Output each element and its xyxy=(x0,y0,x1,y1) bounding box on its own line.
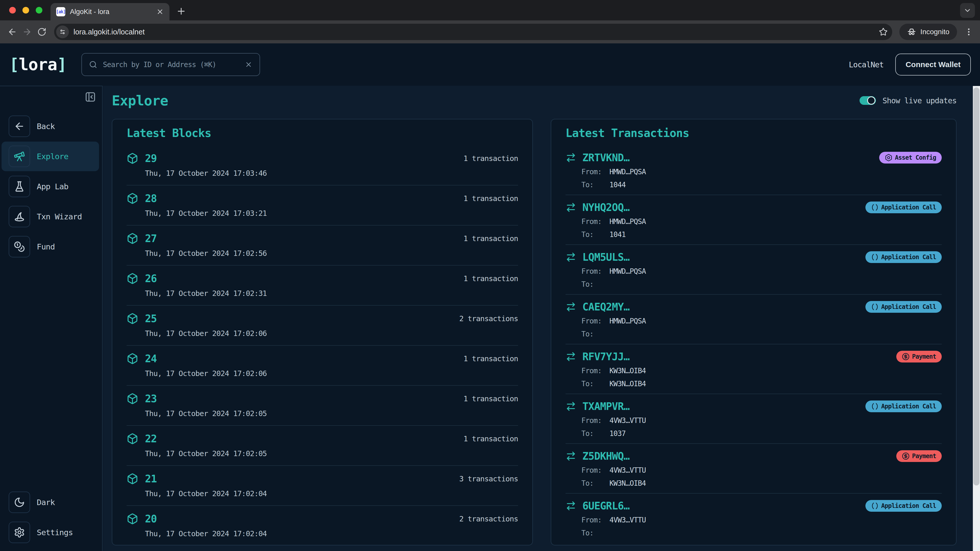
to-value[interactable]: 1037 xyxy=(609,429,625,438)
sidebar-item-settings[interactable]: Settings xyxy=(2,518,99,547)
transaction-arrows-icon xyxy=(566,202,576,213)
url-text[interactable]: lora.algokit.io/localnet xyxy=(73,28,874,36)
block-number-link[interactable]: 26 xyxy=(145,273,157,284)
transaction-id-link[interactable]: LQM5ULS… xyxy=(582,251,630,263)
back-nav-icon[interactable] xyxy=(6,26,18,38)
tab-close-icon[interactable] xyxy=(156,8,164,16)
window-controls[interactable] xyxy=(0,7,42,14)
from-value[interactable]: 4VW3…VTTU xyxy=(609,515,646,525)
block-number-link[interactable]: 20 xyxy=(145,513,157,525)
transaction-type-badge: Payment xyxy=(896,351,942,362)
tab-title: AlgoKit - lora xyxy=(70,8,151,16)
block-cube-icon xyxy=(127,192,138,204)
from-label: From: xyxy=(581,316,609,326)
block-transaction-count: 1 transaction xyxy=(463,234,518,243)
transaction-row: RFV7YJJ… Payment From: KW3N…OIB4 To: KW3… xyxy=(566,345,942,394)
block-number-link[interactable]: 28 xyxy=(145,192,157,204)
transaction-id-link[interactable]: ZRTVKND… xyxy=(582,152,630,164)
search-placeholder: Search by ID or Address (⌘K) xyxy=(103,60,239,69)
url-bar[interactable]: lora.algokit.io/localnet xyxy=(54,24,892,40)
gear-icon xyxy=(9,522,30,543)
block-number-link[interactable]: 24 xyxy=(145,353,157,365)
bookmark-star-icon[interactable] xyxy=(879,27,888,36)
transaction-type-badge: Application Call xyxy=(865,400,942,412)
from-value[interactable]: KW3N…OIB4 xyxy=(609,366,646,376)
live-updates-toggle[interactable] xyxy=(859,96,876,105)
from-value[interactable]: 4VW3…VTTU xyxy=(609,416,646,426)
from-value[interactable]: HMWD…PQSA xyxy=(609,167,646,177)
browser-tab[interactable]: [ak] AlgoKit - lora xyxy=(51,3,169,21)
transaction-id-link[interactable]: NYHQ2OQ… xyxy=(582,202,630,213)
new-tab-button[interactable] xyxy=(176,6,186,16)
to-label: To: xyxy=(581,329,609,339)
to-value[interactable]: KW3N…OIB4 xyxy=(609,379,646,389)
sidebar-item-txn-wizard[interactable]: Txn Wizard xyxy=(2,202,99,231)
block-transaction-count: 2 transactions xyxy=(460,314,518,323)
to-value[interactable]: 1044 xyxy=(609,180,625,190)
block-number-link[interactable]: 22 xyxy=(145,433,157,445)
reload-icon[interactable] xyxy=(36,26,48,38)
block-number-link[interactable]: 27 xyxy=(145,233,157,245)
browser-toolbar: lora.algokit.io/localnet Incognito xyxy=(0,21,980,43)
tab-strip: [ak] AlgoKit - lora xyxy=(0,0,980,21)
search-input[interactable]: Search by ID or Address (⌘K) xyxy=(81,53,260,76)
from-label: From: xyxy=(581,167,609,177)
block-cube-icon xyxy=(127,353,138,365)
minimize-window-button[interactable] xyxy=(22,7,29,14)
from-label: From: xyxy=(581,465,609,475)
forward-nav-icon[interactable] xyxy=(21,26,33,38)
sidebar-item-theme-dark[interactable]: Dark xyxy=(2,487,99,517)
close-window-button[interactable] xyxy=(9,7,16,14)
block-cube-icon xyxy=(127,393,138,405)
from-value[interactable]: HMWD…PQSA xyxy=(609,217,646,227)
from-value[interactable]: HMWD…PQSA xyxy=(609,316,646,326)
page-scrollbar[interactable] xyxy=(973,86,980,551)
to-label: To: xyxy=(581,379,609,389)
scrollbar-thumb[interactable] xyxy=(974,87,980,486)
lora-logo[interactable]: [lora] xyxy=(9,55,67,74)
network-label[interactable]: LocalNet xyxy=(849,60,884,69)
block-number-link[interactable]: 29 xyxy=(145,152,157,164)
search-clear-icon[interactable] xyxy=(245,61,252,68)
transaction-type-icon xyxy=(885,154,892,162)
to-value[interactable]: 1041 xyxy=(609,230,625,240)
block-row: 27 1 transaction Thu, 17 October 2024 17… xyxy=(127,225,518,265)
connect-wallet-button[interactable]: Connect Wallet xyxy=(895,54,971,76)
toggle-knob xyxy=(867,97,875,105)
incognito-icon xyxy=(907,27,916,37)
block-number-link[interactable]: 25 xyxy=(145,313,157,324)
transaction-id-link[interactable]: CAEQ2MY… xyxy=(582,301,630,313)
transaction-id-link[interactable]: RFV7YJJ… xyxy=(582,351,630,362)
sidebar-item-fund[interactable]: Fund xyxy=(2,232,99,262)
maximize-window-button[interactable] xyxy=(36,7,42,14)
from-label: From: xyxy=(581,366,609,376)
telescope-icon xyxy=(9,146,30,167)
sidebar-collapse-icon[interactable] xyxy=(85,91,96,103)
from-value[interactable]: 4VW3…VTTU xyxy=(609,465,646,475)
transaction-id-link[interactable]: Z5DKHWQ… xyxy=(582,450,630,462)
to-label: To: xyxy=(581,528,609,538)
block-timestamp: Thu, 17 October 2024 17:03:21 xyxy=(145,209,518,218)
transaction-row: NYHQ2OQ… Application Call From: HMWD…PQS… xyxy=(566,195,942,245)
block-number-link[interactable]: 23 xyxy=(145,393,157,405)
site-settings-icon[interactable] xyxy=(56,25,69,38)
transaction-id-link[interactable]: 6UEGRL6… xyxy=(582,500,630,512)
transaction-type-icon xyxy=(871,303,879,311)
sidebar-item-back[interactable]: Back xyxy=(2,111,99,141)
to-label: To: xyxy=(581,279,609,289)
tab-search-chevron-button[interactable] xyxy=(960,3,975,18)
block-number-link[interactable]: 21 xyxy=(145,473,157,485)
transaction-id-link[interactable]: TXAMPVR… xyxy=(582,400,630,412)
block-row: 23 1 transaction Thu, 17 October 2024 17… xyxy=(127,386,518,426)
page-title: Explore xyxy=(112,93,168,109)
sidebar-item-app-lab[interactable]: App Lab xyxy=(2,171,99,201)
browser-menu-icon[interactable] xyxy=(964,27,974,37)
from-value[interactable]: HMWD…PQSA xyxy=(609,267,646,276)
sidebar-item-explore[interactable]: Explore xyxy=(2,141,99,171)
sidebar: Back Explore App Lab xyxy=(0,86,103,551)
latest-transactions-title: Latest Transactions xyxy=(566,127,942,139)
latest-blocks-title: Latest Blocks xyxy=(127,127,518,139)
browser-chrome: [ak] AlgoKit - lora l xyxy=(0,0,980,43)
transaction-row: LQM5ULS… Application Call From: HMWD…PQS… xyxy=(566,245,942,295)
to-value[interactable]: KW3N…OIB4 xyxy=(609,478,646,488)
